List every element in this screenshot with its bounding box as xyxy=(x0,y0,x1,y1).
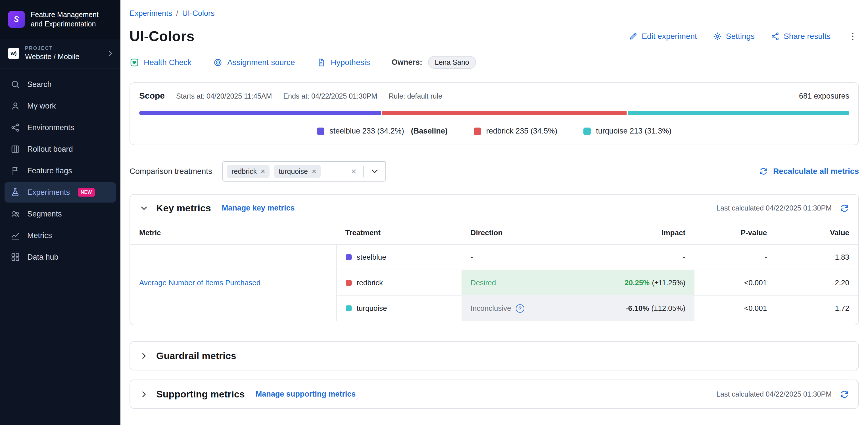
sidebar-item-segments[interactable]: Segments xyxy=(4,204,116,224)
sidebar-item-search[interactable]: Search xyxy=(4,74,116,95)
guardrail-metrics-title: Guardrail metrics xyxy=(156,350,236,361)
edit-experiment-label: Edit experiment xyxy=(642,32,697,41)
col-header-pvalue: P-value xyxy=(694,221,776,244)
supporting-metrics-card[interactable]: Supporting metrics Manage supporting met… xyxy=(129,380,859,409)
key-metrics-title: Key metrics xyxy=(156,203,211,214)
sidebar-item-label: My work xyxy=(27,102,56,111)
health-check-link[interactable]: Health Check xyxy=(129,58,191,67)
last-calculated-text: Last calculated 04/22/2025 01:30PM xyxy=(716,204,832,212)
treatment-cell: turquoise xyxy=(336,296,462,321)
pencil-icon xyxy=(628,32,638,41)
exposure-legend: steelblue 233 (34.2%) (Baseline) redbric… xyxy=(139,127,849,135)
info-icon[interactable] xyxy=(516,304,524,313)
sidebar-item-feature-flags[interactable]: Feature flags xyxy=(4,160,116,181)
project-switcher[interactable]: w) PROJECT Website / Mobile xyxy=(0,39,120,68)
breadcrumb-current-link[interactable]: UI-Colors xyxy=(182,9,215,18)
chip-label: redbrick xyxy=(231,167,257,176)
health-check-label: Health Check xyxy=(144,58,191,67)
legend-label: redbrick 235 (34.5%) xyxy=(486,127,558,135)
direction-cell: Desired xyxy=(462,270,603,296)
treatment-chip-redbrick: redbrick xyxy=(227,165,270,178)
bar-segment-redbrick xyxy=(382,111,627,115)
baseline-label: (Baseline) xyxy=(411,127,447,135)
brand-logo-icon xyxy=(8,11,25,28)
project-avatar: w) xyxy=(8,48,19,59)
user-icon xyxy=(10,101,21,111)
sidebar-item-data-hub[interactable]: Data hub xyxy=(4,247,116,267)
table-header-row: Metric Treatment Direction Impact P-valu… xyxy=(130,221,858,244)
chevron-down-icon[interactable] xyxy=(368,166,381,176)
treatment-name: steelblue xyxy=(357,253,386,262)
title-row: UI-Colors Edit experiment Settings xyxy=(129,28,859,44)
impact-cell: -6.10%(±12.05%) xyxy=(603,296,694,321)
settings-button[interactable]: Settings xyxy=(713,32,755,41)
owners-label: Owners: xyxy=(392,58,422,67)
assignment-source-link[interactable]: Assignment source xyxy=(213,58,295,67)
assignment-source-label: Assignment source xyxy=(227,58,295,67)
flag-icon xyxy=(10,165,21,176)
key-metrics-table: Metric Treatment Direction Impact P-valu… xyxy=(130,221,858,321)
key-metrics-header[interactable]: Key metrics Manage key metrics Last calc… xyxy=(130,194,858,221)
treatment-swatch xyxy=(346,280,352,286)
meta-row: Health Check Assignment source Hypothesi… xyxy=(129,56,859,69)
edit-experiment-button[interactable]: Edit experiment xyxy=(628,32,697,41)
scope-rule: Rule: default rule xyxy=(389,92,442,100)
chevron-right-icon xyxy=(139,390,149,399)
chip-remove-icon[interactable] xyxy=(312,168,316,175)
legend-swatch xyxy=(317,127,324,135)
recalculate-all-metrics-button[interactable]: Recalculate all metrics xyxy=(759,167,859,176)
hypothesis-link[interactable]: Hypothesis xyxy=(316,58,370,67)
sidebar-item-environments[interactable]: Environments xyxy=(4,117,116,138)
col-header-value: Value xyxy=(776,221,858,244)
project-label: PROJECT xyxy=(25,45,80,51)
sidebar-item-rollout-board[interactable]: Rollout board xyxy=(4,139,116,159)
app-root: Feature Management and Experimentation w… xyxy=(0,0,868,425)
direction-cell: - xyxy=(462,244,603,270)
guardrail-metrics-card[interactable]: Guardrail metrics xyxy=(129,341,859,370)
app-title-line2: and Experimentation xyxy=(31,19,98,29)
owner-chip[interactable]: Lena Sano xyxy=(428,56,476,69)
manage-supporting-metrics-link[interactable]: Manage supporting metrics xyxy=(256,390,356,399)
chevron-down-icon xyxy=(139,204,149,213)
legend-swatch xyxy=(583,127,591,135)
share-results-button[interactable]: Share results xyxy=(771,32,831,41)
health-check-icon xyxy=(129,58,139,67)
sidebar-item-my-work[interactable]: My work xyxy=(4,96,116,116)
sidebar-item-label: Metrics xyxy=(27,231,52,240)
chevron-right-icon xyxy=(106,49,115,58)
settings-label: Settings xyxy=(726,32,755,41)
treatment-swatch xyxy=(346,305,352,311)
kebab-icon xyxy=(847,31,858,41)
refresh-icon[interactable] xyxy=(840,204,849,213)
sidebar-item-metrics[interactable]: Metrics xyxy=(4,225,116,246)
last-calculated-text: Last calculated 04/22/2025 01:30PM xyxy=(716,390,832,398)
scope-ends: Ends at: 04/22/2025 01:30PM xyxy=(283,92,377,100)
environments-icon xyxy=(10,122,21,133)
owners-group: Owners: Lena Sano xyxy=(392,56,476,69)
value-cell: 1.83 xyxy=(776,244,858,270)
more-options-button[interactable] xyxy=(846,30,859,42)
col-header-metric: Metric xyxy=(130,221,336,244)
breadcrumb-experiments-link[interactable]: Experiments xyxy=(129,9,172,18)
chip-label: turquoise xyxy=(279,167,308,176)
gear-icon xyxy=(713,32,722,41)
clear-selection-icon[interactable] xyxy=(349,167,359,176)
pvalue-cell: - xyxy=(694,244,776,270)
treatment-cell: steelblue xyxy=(336,244,462,270)
treatments-multiselect[interactable]: redbrick turquoise xyxy=(222,161,386,182)
supporting-last-calculated: Last calculated 04/22/2025 01:30PM xyxy=(716,390,849,399)
refresh-icon[interactable] xyxy=(840,390,849,399)
people-icon xyxy=(10,209,21,219)
sidebar-item-experiments[interactable]: Experiments NEW xyxy=(4,182,116,203)
bar-segment-turquoise xyxy=(628,111,849,115)
manage-key-metrics-link[interactable]: Manage key metrics xyxy=(222,204,295,212)
sidebar-item-label: Segments xyxy=(27,210,62,218)
key-metrics-last-calculated: Last calculated 04/22/2025 01:30PM xyxy=(716,204,849,213)
legend-label: turquoise 213 (31.3%) xyxy=(596,127,672,135)
exposures-count: 681 exposures xyxy=(799,92,849,100)
chip-remove-icon[interactable] xyxy=(261,168,265,175)
legend-swatch xyxy=(474,127,481,135)
app-logo: Feature Management and Experimentation xyxy=(0,0,120,39)
metric-name-link[interactable]: Average Number of Items Purchased xyxy=(139,278,260,287)
app-title-line1: Feature Management xyxy=(31,10,98,19)
